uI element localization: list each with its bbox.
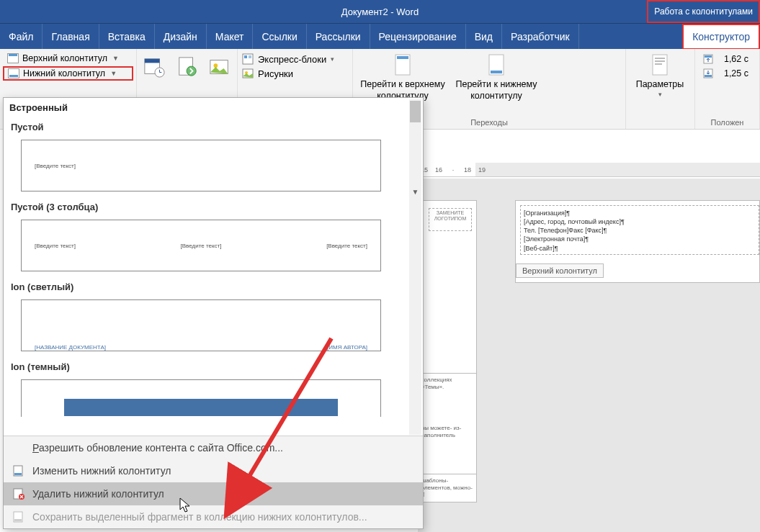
ruler-tick: · (447, 166, 460, 173)
footer-dropdown[interactable]: Нижний колонтитул ▼ (3, 66, 133, 81)
ruler-tick: 16 (432, 166, 445, 173)
svg-rect-23 (705, 75, 712, 77)
header-dropdown[interactable]: Верхний колонтитул ▼ (3, 52, 133, 65)
svg-rect-25 (14, 473, 22, 475)
tab-layout[interactable]: Макет (207, 24, 254, 49)
frag-text: вы можете- из-заполнитель (419, 422, 476, 441)
title-bar: Документ2 - Word Работа с колонтитулами (0, 0, 760, 23)
header-label: Верхний колонтитул (22, 53, 107, 63)
goto-footer-label: Перейти к нижнему колонтитулу (451, 79, 542, 102)
pictures-icon (242, 68, 254, 79)
header-tag: Верхний колонтитул (516, 263, 604, 278)
tab-developer[interactable]: Разработчик (502, 24, 579, 49)
header-distance-value: 1,62 с (717, 54, 748, 64)
document-area: ЗАМЕНИТЕ ЛОГОТИПОМ коллекциях «Темы». вы… (418, 179, 760, 532)
footer-distance-icon (702, 68, 714, 79)
svg-line-30 (241, 338, 331, 490)
footer-distance-value: 1,25 с (717, 68, 748, 78)
mouse-cursor (179, 497, 193, 514)
horizontal-ruler: 15 16 · 18 19 (418, 163, 760, 177)
ribbon-group-position: 1,62 с 1,25 с Положен (695, 49, 760, 129)
page-fragment-3: шаблоны- элементов, можно- ¶ (418, 474, 477, 502)
page-left-fragment: ЗАМЕНИТЕ ЛОГОТИПОМ (418, 200, 477, 380)
header-icon (7, 53, 19, 63)
pictures-button[interactable]: Рисунки (242, 68, 348, 79)
tab-design[interactable]: Дизайн (155, 24, 207, 49)
logo-placeholder: ЗАМЕНИТЕ ЛОГОТИПОМ (429, 208, 472, 231)
svg-rect-21 (705, 55, 712, 58)
chevron-down-icon: ▾ (331, 55, 334, 63)
save-icon (12, 510, 25, 523)
ruler-tick: 19 (475, 166, 488, 173)
page-header-fragment: [Организация]¶ [Адрес, город, почтовый и… (515, 200, 760, 283)
tab-references[interactable]: Ссылки (253, 24, 306, 49)
hdr-line: Тел. [Телефон]Факс [Факс]¶ (524, 226, 756, 235)
contextual-tab-header: Работа с колонтитулами (647, 0, 760, 23)
gallery-scrollbar[interactable]: ▲ ▼ (409, 99, 421, 435)
svg-rect-9 (249, 55, 251, 58)
gallery-item-ion-light-title: Ion (светлый) (4, 276, 423, 297)
svg-rect-19 (655, 63, 662, 65)
online-pictures-button[interactable] (208, 55, 231, 79)
footer-icon (8, 68, 19, 78)
placeholder-text: [Введите текст] (181, 243, 222, 249)
quick-parts-icon (242, 53, 254, 65)
hdr-line: [Электронная почта]¶ (524, 235, 756, 243)
header-distance-spinner[interactable]: 1,62 с (702, 53, 752, 65)
tab-file[interactable]: Файл (0, 24, 43, 49)
header-content: [Организация]¶ [Адрес, город, почтовый и… (520, 205, 759, 255)
chevron-down-icon: ▼ (112, 55, 119, 62)
tab-view[interactable]: Вид (466, 24, 502, 49)
annotation-arrow (231, 331, 360, 521)
frag-text: коллекциях «Темы». (419, 374, 476, 393)
goto-footer-icon (485, 53, 508, 76)
date-time-button[interactable] (143, 55, 166, 79)
options-button[interactable]: Параметры ▾ (629, 50, 691, 98)
header-distance-icon (702, 53, 714, 65)
placeholder-text: [Введите текст] (326, 243, 367, 249)
goto-footer-button[interactable]: Перейти к нижнему колонтитулу (450, 50, 543, 129)
svg-rect-8 (244, 55, 247, 58)
tab-mailings[interactable]: Рассылки (307, 24, 370, 49)
ribbon-group-options: Параметры ▾ (626, 49, 695, 129)
footer-distance-spinner[interactable]: 1,25 с (702, 68, 752, 79)
page-fragment-2: коллекциях «Темы». вы можете- из-заполни… (418, 373, 477, 481)
gallery-item-empty3[interactable]: [Введите текст] [Введите текст] [Введите… (21, 220, 381, 271)
chevron-down-icon: ▼ (110, 70, 117, 77)
pictures-label: Рисунки (258, 68, 293, 79)
chevron-down-icon: ▾ (658, 91, 662, 98)
scroll-down-arrow[interactable]: ▼ (409, 186, 421, 197)
edit-footer-label: Изменить нижний колонтитул (32, 465, 171, 477)
quick-parts-label: Экспресс-блоки (258, 54, 326, 65)
scroll-thumb[interactable] (410, 101, 421, 122)
footer-label: Нижний колонтитул (23, 68, 105, 78)
hdr-line: [Организация]¶ (524, 209, 756, 217)
options-icon (648, 53, 671, 76)
blank-icon (12, 441, 25, 454)
svg-point-4 (187, 66, 196, 76)
tab-insert[interactable]: Вставка (99, 24, 155, 49)
window-title: Документ2 - Word (341, 6, 419, 17)
svg-rect-18 (655, 60, 665, 62)
contextual-tab-header-label: Работа с колонтитулами (654, 6, 753, 17)
placeholder-text: [Введите текст] (35, 243, 76, 249)
quick-parts-button[interactable]: Экспресс-блоки ▾ (242, 53, 348, 65)
svg-rect-1 (145, 59, 160, 63)
gallery-item-empty[interactable]: [Введите текст] (21, 140, 381, 191)
hdr-line: [Веб-сайт]¶ (524, 244, 756, 253)
ribbon-tab-strip: Файл Главная Вставка Дизайн Макет Ссылки… (0, 23, 760, 49)
tab-review[interactable]: Рецензирование (370, 24, 466, 49)
edit-icon (12, 464, 25, 477)
gallery-item-empty3-title: Пустой (3 столбца) (4, 196, 423, 217)
doc-info-button[interactable] (176, 55, 199, 79)
svg-rect-29 (14, 519, 22, 521)
gallery-item-empty-title: Пустой (4, 116, 423, 137)
placeholder-text: [Введите текст] (35, 163, 76, 169)
tab-header-footer-design[interactable]: Конструктор (682, 24, 760, 50)
tab-home[interactable]: Главная (43, 24, 99, 49)
remove-footer-label: Удалить нижний колонтитул (32, 488, 164, 500)
hdr-line: [Адрес, город, почтовый индекс]¶ (524, 217, 756, 226)
delete-icon (12, 487, 25, 500)
svg-rect-13 (397, 56, 408, 59)
footer-gallery-dropdown: Встроенный Пустой [Введите текст] Пустой… (3, 97, 424, 529)
